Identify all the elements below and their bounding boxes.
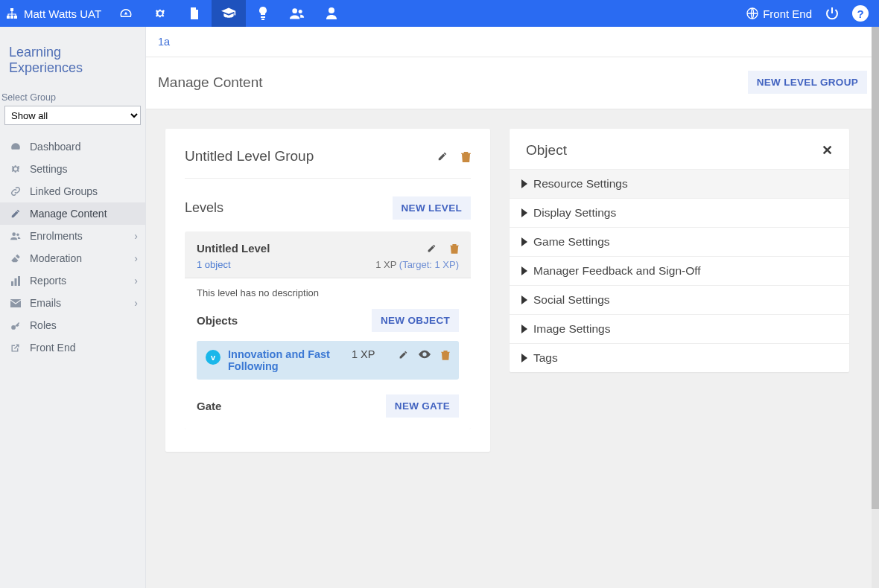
chevron-right-icon: › [134, 252, 138, 264]
new-level-group-button[interactable]: NEW LEVEL GROUP [748, 71, 867, 94]
sidebar-title: Learning Experiences [0, 45, 145, 92]
chevron-right-icon: › [134, 275, 138, 287]
acc-social-settings[interactable]: Social Settings [510, 285, 849, 314]
acc-label: Game Settings [533, 235, 610, 249]
scrollbar-thumb[interactable] [872, 27, 879, 509]
nav-dashboard[interactable] [109, 0, 143, 27]
svg-point-9 [16, 234, 19, 237]
users-icon [10, 231, 21, 240]
object-row[interactable]: v Innovation and Fast Following 1 XP [197, 341, 459, 380]
chart-icon [10, 275, 21, 286]
close-panel-button[interactable]: ✕ [822, 142, 833, 159]
object-accordion: Resource Settings Display Settings Game … [510, 169, 849, 372]
sidebar-item-front-end[interactable]: Front End [0, 336, 145, 359]
page-title: Manage Content [158, 74, 263, 91]
edit-group-button[interactable] [437, 151, 448, 162]
acc-image-settings[interactable]: Image Settings [510, 314, 849, 343]
chevron-right-icon [521, 237, 527, 246]
acc-resource-settings[interactable]: Resource Settings [510, 169, 849, 198]
nav-learning[interactable] [212, 0, 246, 27]
file-icon [189, 7, 200, 19]
sidebar-item-moderation[interactable]: Moderation› [0, 247, 145, 269]
acc-display-settings[interactable]: Display Settings [510, 198, 849, 227]
key-icon [10, 320, 21, 330]
sidebar-item-settings[interactable]: Settings [0, 158, 145, 180]
svg-point-8 [12, 232, 16, 236]
gauge-icon [10, 141, 21, 152]
object-panel-title: Object [526, 142, 567, 159]
chevron-right-icon [521, 266, 527, 275]
pencil-icon [427, 243, 437, 253]
svg-point-6 [329, 7, 334, 13]
acc-label: Manager Feedback and Sign-Off [533, 264, 701, 278]
svg-rect-3 [14, 16, 17, 19]
vimeo-icon: v [206, 350, 220, 365]
chevron-right-icon [521, 295, 527, 304]
sidebar-item-label: Roles [30, 319, 57, 331]
chevron-right-icon [521, 179, 527, 188]
svg-rect-11 [15, 278, 17, 286]
objects-label: Objects [197, 314, 238, 327]
users-icon [290, 7, 305, 19]
acc-game-settings[interactable]: Game Settings [510, 227, 849, 256]
front-end-label: Front End [763, 7, 812, 20]
brand[interactable]: Matt Watts UAT [6, 7, 101, 20]
new-gate-button[interactable]: NEW GATE [386, 394, 459, 418]
mail-icon [10, 299, 21, 307]
graduation-icon [221, 7, 236, 19]
pencil-icon [399, 350, 408, 359]
sidebar-item-emails[interactable]: Emails› [0, 292, 145, 314]
nav-ideas[interactable] [246, 0, 280, 27]
sidebar-item-dashboard[interactable]: Dashboard [0, 135, 145, 158]
gear-icon [154, 7, 166, 19]
sidebar-item-linked-groups[interactable]: Linked Groups [0, 180, 145, 202]
gear-icon [10, 164, 21, 174]
preview-object-button[interactable] [419, 350, 431, 360]
edit-level-button[interactable] [427, 243, 437, 254]
nav-settings[interactable] [143, 0, 177, 27]
scrollbar[interactable] [872, 27, 879, 588]
acc-label: Image Settings [533, 322, 610, 336]
level-box: Untitled Level 1 object 1 XP (Target: 1 … [185, 231, 471, 429]
acc-tags[interactable]: Tags [510, 343, 849, 372]
level-objects-link[interactable]: 1 object [197, 259, 231, 270]
sidebar-item-enrolments[interactable]: Enrolments› [0, 225, 145, 247]
svg-rect-1 [7, 16, 10, 19]
delete-object-button[interactable] [441, 350, 450, 360]
new-object-button[interactable]: NEW OBJECT [372, 309, 459, 332]
help-icon[interactable]: ? [852, 5, 869, 22]
sidebar-item-reports[interactable]: Reports› [0, 269, 145, 292]
object-title: Innovation and Fast Following [228, 348, 340, 372]
nav-users[interactable] [280, 0, 314, 27]
gate-label: Gate [197, 400, 221, 412]
acc-manager-feedback[interactable]: Manager Feedback and Sign-Off [510, 256, 849, 285]
sidebar-item-roles[interactable]: Roles [0, 314, 145, 336]
chevron-right-icon [521, 208, 527, 217]
eraser-icon [10, 254, 21, 263]
brand-text: Matt Watts UAT [24, 7, 101, 20]
delete-level-button[interactable] [450, 243, 459, 254]
breadcrumb[interactable]: 1a [146, 27, 879, 57]
eye-icon [419, 350, 431, 359]
nav-pages[interactable] [177, 0, 212, 27]
gauge-icon [119, 7, 133, 20]
object-panel: Object ✕ Resource Settings Display Setti… [510, 129, 849, 372]
level-no-description: This level has no description [197, 287, 459, 298]
level-group-title: Untitled Level Group [185, 148, 314, 164]
select-group-label: Select Group [0, 92, 145, 106]
nav-user[interactable] [314, 0, 349, 27]
pencil-icon [10, 208, 21, 219]
new-level-button[interactable]: NEW LEVEL [393, 196, 471, 220]
bulb-icon [258, 7, 267, 20]
power-icon[interactable] [825, 7, 839, 20]
sidebar-item-label: Settings [30, 163, 68, 175]
sidebar-item-manage-content[interactable]: Manage Content [0, 202, 145, 225]
delete-group-button[interactable] [461, 151, 471, 162]
svg-rect-0 [10, 8, 13, 11]
external-icon [10, 343, 20, 353]
front-end-link[interactable]: Front End [746, 7, 812, 20]
page-header: Manage Content NEW LEVEL GROUP [146, 57, 879, 109]
group-select[interactable]: Show all [4, 106, 141, 125]
edit-object-button[interactable] [399, 350, 408, 360]
sidebar: Learning Experiences Select Group Show a… [0, 27, 146, 588]
